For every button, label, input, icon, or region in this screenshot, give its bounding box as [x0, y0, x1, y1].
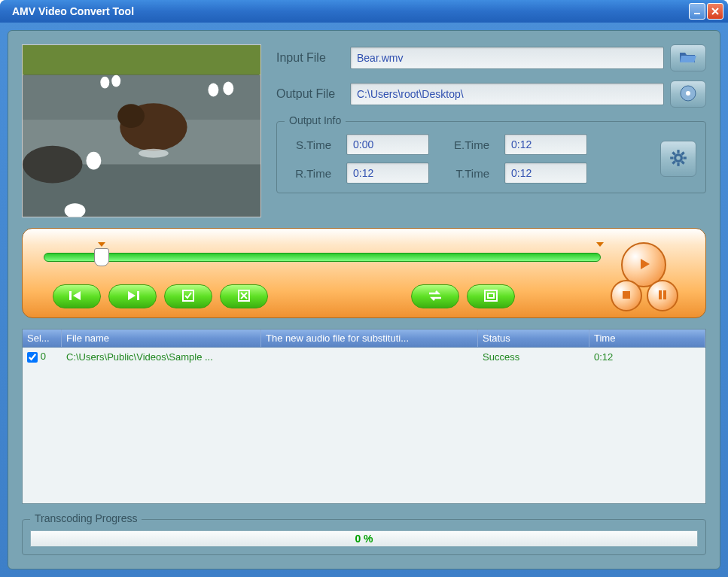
run-time-field[interactable] — [346, 162, 429, 184]
slider-thumb[interactable] — [94, 248, 109, 266]
cancel-button[interactable] — [220, 284, 268, 308]
file-info-panel: Input File Output File — [276, 44, 706, 217]
screen-box-icon — [480, 289, 501, 305]
table-header: Sel... File name The new audio file for … — [23, 329, 705, 348]
progress-legend: Transcoding Progress — [30, 512, 142, 524]
table-row[interactable]: 0 C:\Users\Public\Videos\Sample ... Succ… — [23, 348, 705, 366]
col-filename[interactable]: File name — [62, 329, 261, 347]
svg-point-11 — [111, 75, 120, 87]
svg-line-26 — [672, 161, 675, 163]
window-title: AMV Video Convert Tool — [12, 5, 134, 17]
svg-point-15 — [139, 149, 169, 158]
svg-rect-0 — [694, 13, 700, 14]
svg-point-13 — [223, 82, 233, 96]
client-area: Input File Output File — [8, 30, 720, 569]
minimize-button[interactable] — [689, 3, 705, 20]
video-preview — [22, 44, 261, 217]
row-audio — [261, 354, 478, 360]
output-file-label: Output File — [276, 87, 344, 101]
pause-button[interactable] — [647, 280, 678, 311]
svg-rect-35 — [663, 290, 666, 299]
app-window: AMV Video Convert Tool — [0, 0, 728, 577]
svg-rect-34 — [659, 290, 662, 299]
svg-point-18 — [675, 154, 682, 161]
progress-bar: 0 % — [30, 530, 698, 547]
file-table: Sel... File name The new audio file for … — [22, 329, 706, 504]
run-time-label: R.Time — [286, 167, 331, 180]
row-checkbox[interactable] — [27, 352, 38, 363]
convert-arrows-icon — [425, 289, 446, 305]
output-info-group: Output Info S.Time E.Time R.Time T.Time — [276, 121, 706, 193]
row-filename: C:\Users\Public\Videos\Sample ... — [62, 348, 261, 366]
svg-rect-1 — [23, 45, 260, 75]
playback-panel — [22, 228, 706, 318]
svg-point-9 — [86, 152, 101, 170]
progress-group: Transcoding Progress 0 % — [22, 519, 706, 555]
svg-point-12 — [208, 84, 218, 97]
svg-point-8 — [117, 104, 145, 128]
check-button[interactable] — [164, 284, 212, 308]
browse-output-button[interactable] — [670, 80, 706, 108]
svg-line-23 — [672, 152, 675, 154]
mark-out-icon — [122, 289, 143, 305]
mark-end-button[interactable] — [108, 284, 157, 308]
gear-icon — [669, 148, 688, 170]
stop-button[interactable] — [611, 280, 642, 311]
browse-input-button[interactable] — [670, 44, 706, 71]
row-index: 0 — [41, 351, 46, 362]
mark-in-icon — [66, 289, 87, 305]
col-audio[interactable]: The new audio file for substituti... — [261, 329, 478, 347]
row-time: 0:12 — [589, 348, 705, 366]
svg-line-25 — [681, 152, 684, 154]
pause-icon — [656, 289, 669, 303]
svg-point-6 — [23, 146, 82, 184]
col-time[interactable]: Time — [589, 329, 705, 347]
stop-icon — [620, 289, 632, 303]
svg-point-10 — [100, 77, 109, 89]
table-body: 0 C:\Users\Public\Videos\Sample ... Succ… — [23, 348, 705, 503]
disc-save-icon — [679, 84, 697, 105]
check-box-icon — [178, 289, 199, 305]
col-status[interactable]: Status — [478, 329, 589, 347]
output-file-field[interactable] — [350, 83, 664, 105]
close-button[interactable] — [707, 3, 723, 20]
svg-rect-28 — [137, 291, 139, 300]
x-box-icon — [233, 289, 254, 305]
end-time-label: E.Time — [444, 138, 489, 151]
input-file-label: Input File — [276, 51, 344, 65]
svg-rect-33 — [623, 291, 630, 299]
total-time-field[interactable] — [504, 162, 587, 184]
titlebar: AMV Video Convert Tool — [0, 0, 728, 23]
col-select[interactable]: Sel... — [23, 329, 62, 347]
settings-button[interactable] — [660, 141, 696, 177]
play-icon — [635, 255, 653, 275]
convert-button[interactable] — [411, 284, 459, 308]
timeline-slider[interactable] — [38, 250, 600, 268]
folder-open-icon — [678, 50, 698, 67]
svg-rect-27 — [69, 291, 72, 300]
total-time-label: T.Time — [444, 167, 489, 180]
svg-point-17 — [686, 91, 690, 96]
fullscreen-button[interactable] — [467, 284, 515, 308]
output-info-legend: Output Info — [285, 114, 346, 126]
row-status: Success — [478, 348, 589, 366]
end-time-field[interactable] — [504, 134, 587, 155]
svg-rect-31 — [485, 290, 497, 301]
start-time-field[interactable] — [346, 134, 429, 155]
input-file-field[interactable] — [350, 47, 664, 69]
progress-text: 0 % — [355, 533, 373, 545]
mark-start-button[interactable] — [53, 284, 101, 308]
svg-line-24 — [681, 161, 684, 163]
svg-rect-32 — [488, 293, 494, 298]
start-time-label: S.Time — [286, 138, 331, 151]
start-marker-icon[interactable] — [98, 242, 105, 247]
